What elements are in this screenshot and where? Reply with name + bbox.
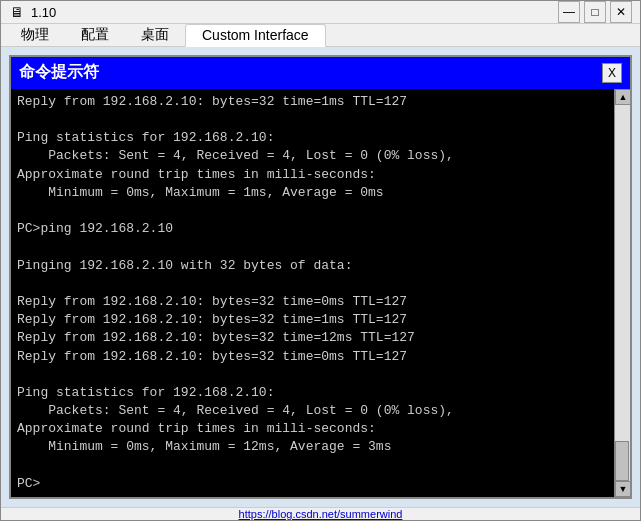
menu-item-physics[interactable]: 物理 [5,24,65,46]
maximize-button[interactable]: □ [584,1,606,23]
scrollbar-up[interactable]: ▲ [615,89,630,105]
cmd-body: Reply from 192.168.2.10: bytes=32 time=1… [11,89,630,497]
watermark-text: https://blog.csdn.net/summerwind [239,508,403,520]
minimize-button[interactable]: — [558,1,580,23]
window-title: 1.10 [31,5,558,20]
cmd-output: Reply from 192.168.2.10: bytes=32 time=1… [17,93,608,493]
cmd-scrollbar[interactable]: ▲ ▼ [614,89,630,497]
menu-bar: 物理 配置 桌面 Custom Interface [1,24,640,47]
title-bar: 🖥 1.10 — □ ✕ [1,1,640,24]
cmd-window: 命令提示符 X Reply from 192.168.2.10: bytes=3… [9,55,632,499]
cmd-text-area: Reply from 192.168.2.10: bytes=32 time=1… [11,89,614,497]
scrollbar-track [615,105,630,481]
main-content: 命令提示符 X Reply from 192.168.2.10: bytes=3… [1,47,640,507]
scrollbar-down[interactable]: ▼ [615,481,630,497]
window-icon: 🖥 [9,4,25,20]
watermark: https://blog.csdn.net/summerwind [1,507,640,520]
cmd-title-bar: 命令提示符 X [11,57,630,89]
close-button[interactable]: ✕ [610,1,632,23]
cmd-title: 命令提示符 [19,62,99,83]
menu-item-desktop[interactable]: 桌面 [125,24,185,46]
title-buttons: — □ ✕ [558,1,632,23]
menu-item-config[interactable]: 配置 [65,24,125,46]
cmd-close-button[interactable]: X [602,63,622,83]
scrollbar-thumb[interactable] [615,441,629,481]
main-window: 🖥 1.10 — □ ✕ 物理 配置 桌面 Custom Interface 命… [0,0,641,521]
menu-item-custom-interface[interactable]: Custom Interface [185,24,326,47]
